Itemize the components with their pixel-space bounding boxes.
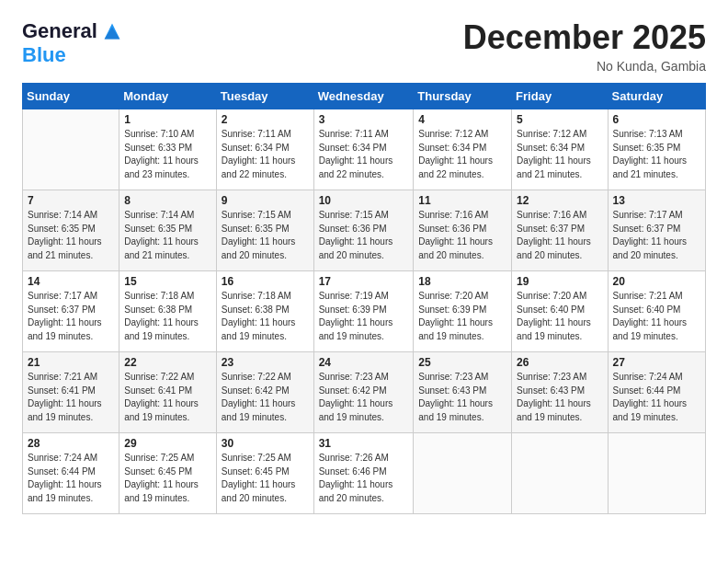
- col-monday: Monday: [119, 84, 217, 109]
- day-number: 17: [319, 275, 409, 288]
- day-number: 14: [28, 275, 114, 288]
- col-tuesday: Tuesday: [216, 84, 313, 109]
- calendar-cell: 9Sunrise: 7:15 AM Sunset: 6:35 PM Daylig…: [216, 190, 313, 271]
- calendar-cell: 28Sunrise: 7:24 AM Sunset: 6:44 PM Dayli…: [23, 433, 119, 514]
- calendar-cell: 23Sunrise: 7:22 AM Sunset: 6:42 PM Dayli…: [216, 352, 313, 433]
- day-number: 4: [418, 113, 506, 126]
- day-info: Sunrise: 7:26 AM Sunset: 6:46 PM Dayligh…: [319, 452, 409, 505]
- day-number: 22: [124, 356, 211, 369]
- day-number: 7: [28, 194, 114, 207]
- calendar-cell: [23, 109, 119, 190]
- day-info: Sunrise: 7:15 AM Sunset: 6:35 PM Dayligh…: [222, 209, 309, 262]
- day-info: Sunrise: 7:18 AM Sunset: 6:38 PM Dayligh…: [124, 290, 211, 343]
- day-info: Sunrise: 7:21 AM Sunset: 6:41 PM Dayligh…: [28, 371, 114, 424]
- calendar-cell: 26Sunrise: 7:23 AM Sunset: 6:43 PM Dayli…: [512, 352, 608, 433]
- day-info: Sunrise: 7:23 AM Sunset: 6:42 PM Dayligh…: [319, 371, 409, 424]
- day-info: Sunrise: 7:16 AM Sunset: 6:37 PM Dayligh…: [517, 209, 602, 262]
- calendar-cell: 10Sunrise: 7:15 AM Sunset: 6:36 PM Dayli…: [313, 190, 414, 271]
- logo-icon: [99, 18, 125, 44]
- day-info: Sunrise: 7:21 AM Sunset: 6:40 PM Dayligh…: [613, 290, 700, 343]
- day-info: Sunrise: 7:18 AM Sunset: 6:38 PM Dayligh…: [222, 290, 309, 343]
- calendar-cell: 3Sunrise: 7:11 AM Sunset: 6:34 PM Daylig…: [313, 109, 414, 190]
- day-number: 12: [517, 194, 602, 207]
- calendar-cell: 29Sunrise: 7:25 AM Sunset: 6:45 PM Dayli…: [119, 433, 217, 514]
- day-number: 5: [517, 113, 602, 126]
- day-number: 15: [124, 275, 211, 288]
- header: General Blue December 2025 No Kunda, Gam…: [22, 18, 706, 74]
- col-thursday: Thursday: [414, 84, 512, 109]
- calendar-cell: [512, 433, 608, 514]
- day-info: Sunrise: 7:16 AM Sunset: 6:36 PM Dayligh…: [418, 209, 506, 262]
- calendar-cell: 21Sunrise: 7:21 AM Sunset: 6:41 PM Dayli…: [23, 352, 119, 433]
- calendar-cell: [414, 433, 512, 514]
- day-number: 10: [319, 194, 409, 207]
- location: No Kunda, Gambia: [463, 59, 706, 74]
- day-number: 13: [613, 194, 700, 207]
- day-number: 30: [222, 437, 309, 450]
- day-info: Sunrise: 7:23 AM Sunset: 6:43 PM Dayligh…: [418, 371, 506, 424]
- col-sunday: Sunday: [23, 84, 119, 109]
- logo-text-general: General: [22, 20, 97, 42]
- svg-marker-1: [105, 28, 120, 40]
- calendar-week-row: 21Sunrise: 7:21 AM Sunset: 6:41 PM Dayli…: [23, 352, 706, 433]
- calendar-cell: 6Sunrise: 7:13 AM Sunset: 6:35 PM Daylig…: [608, 109, 705, 190]
- day-number: 27: [613, 356, 700, 369]
- calendar-cell: 31Sunrise: 7:26 AM Sunset: 6:46 PM Dayli…: [313, 433, 414, 514]
- day-number: 19: [517, 275, 602, 288]
- day-number: 6: [613, 113, 700, 126]
- day-number: 16: [222, 275, 309, 288]
- calendar-week-row: 7Sunrise: 7:14 AM Sunset: 6:35 PM Daylig…: [23, 190, 706, 271]
- calendar: Sunday Monday Tuesday Wednesday Thursday…: [22, 83, 706, 514]
- calendar-cell: 11Sunrise: 7:16 AM Sunset: 6:36 PM Dayli…: [414, 190, 512, 271]
- day-number: 18: [418, 275, 506, 288]
- calendar-header: Sunday Monday Tuesday Wednesday Thursday…: [23, 84, 706, 109]
- calendar-cell: 4Sunrise: 7:12 AM Sunset: 6:34 PM Daylig…: [414, 109, 512, 190]
- day-info: Sunrise: 7:10 AM Sunset: 6:33 PM Dayligh…: [124, 128, 211, 181]
- day-info: Sunrise: 7:11 AM Sunset: 6:34 PM Dayligh…: [222, 128, 309, 181]
- calendar-cell: 27Sunrise: 7:24 AM Sunset: 6:44 PM Dayli…: [608, 352, 705, 433]
- col-friday: Friday: [512, 84, 608, 109]
- day-info: Sunrise: 7:24 AM Sunset: 6:44 PM Dayligh…: [613, 371, 700, 424]
- month-title: December 2025: [463, 18, 706, 57]
- day-info: Sunrise: 7:14 AM Sunset: 6:35 PM Dayligh…: [124, 209, 211, 262]
- day-info: Sunrise: 7:20 AM Sunset: 6:39 PM Dayligh…: [418, 290, 506, 343]
- day-number: 29: [124, 437, 211, 450]
- calendar-cell: 30Sunrise: 7:25 AM Sunset: 6:45 PM Dayli…: [216, 433, 313, 514]
- day-info: Sunrise: 7:13 AM Sunset: 6:35 PM Dayligh…: [613, 128, 700, 181]
- day-number: 8: [124, 194, 211, 207]
- calendar-cell: 17Sunrise: 7:19 AM Sunset: 6:39 PM Dayli…: [313, 271, 414, 352]
- day-number: 23: [222, 356, 309, 369]
- day-info: Sunrise: 7:17 AM Sunset: 6:37 PM Dayligh…: [28, 290, 114, 343]
- day-number: 24: [319, 356, 409, 369]
- day-info: Sunrise: 7:12 AM Sunset: 6:34 PM Dayligh…: [418, 128, 506, 181]
- day-info: Sunrise: 7:12 AM Sunset: 6:34 PM Dayligh…: [517, 128, 602, 181]
- calendar-cell: 14Sunrise: 7:17 AM Sunset: 6:37 PM Dayli…: [23, 271, 119, 352]
- calendar-cell: 20Sunrise: 7:21 AM Sunset: 6:40 PM Dayli…: [608, 271, 705, 352]
- calendar-cell: 12Sunrise: 7:16 AM Sunset: 6:37 PM Dayli…: [512, 190, 608, 271]
- calendar-cell: 15Sunrise: 7:18 AM Sunset: 6:38 PM Dayli…: [119, 271, 217, 352]
- page: General Blue December 2025 No Kunda, Gam…: [0, 0, 728, 529]
- day-number: 21: [28, 356, 114, 369]
- col-wednesday: Wednesday: [313, 84, 414, 109]
- calendar-cell: 19Sunrise: 7:20 AM Sunset: 6:40 PM Dayli…: [512, 271, 608, 352]
- day-info: Sunrise: 7:15 AM Sunset: 6:36 PM Dayligh…: [319, 209, 409, 262]
- calendar-cell: 24Sunrise: 7:23 AM Sunset: 6:42 PM Dayli…: [313, 352, 414, 433]
- logo: General Blue: [22, 18, 125, 66]
- calendar-cell: 2Sunrise: 7:11 AM Sunset: 6:34 PM Daylig…: [216, 109, 313, 190]
- day-number: 20: [613, 275, 700, 288]
- title-block: December 2025 No Kunda, Gambia: [463, 18, 706, 74]
- day-number: 11: [418, 194, 506, 207]
- calendar-cell: 18Sunrise: 7:20 AM Sunset: 6:39 PM Dayli…: [414, 271, 512, 352]
- calendar-cell: 1Sunrise: 7:10 AM Sunset: 6:33 PM Daylig…: [119, 109, 217, 190]
- calendar-cell: [608, 433, 705, 514]
- calendar-cell: 8Sunrise: 7:14 AM Sunset: 6:35 PM Daylig…: [119, 190, 217, 271]
- calendar-body: 1Sunrise: 7:10 AM Sunset: 6:33 PM Daylig…: [23, 109, 706, 514]
- day-info: Sunrise: 7:22 AM Sunset: 6:41 PM Dayligh…: [124, 371, 211, 424]
- day-info: Sunrise: 7:19 AM Sunset: 6:39 PM Dayligh…: [319, 290, 409, 343]
- day-number: 31: [319, 437, 409, 450]
- calendar-cell: 25Sunrise: 7:23 AM Sunset: 6:43 PM Dayli…: [414, 352, 512, 433]
- col-saturday: Saturday: [608, 84, 705, 109]
- day-number: 9: [222, 194, 309, 207]
- day-number: 1: [124, 113, 211, 126]
- day-info: Sunrise: 7:25 AM Sunset: 6:45 PM Dayligh…: [124, 452, 211, 505]
